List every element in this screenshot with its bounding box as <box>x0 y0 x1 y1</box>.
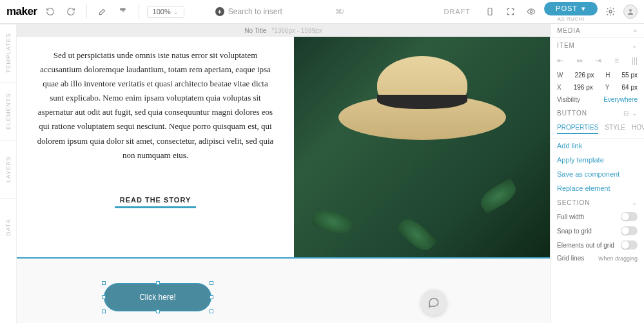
logo: maker <box>6 5 37 18</box>
align-distribute-icon[interactable]: ||| <box>632 56 638 65</box>
fullscreen-icon[interactable] <box>503 4 518 19</box>
align-justify-icon[interactable]: ≡ <box>614 56 619 65</box>
section-below[interactable]: Click here! <box>17 257 550 323</box>
tab-properties[interactable]: PROPERTIES <box>557 124 598 134</box>
resize-handle[interactable] <box>210 281 213 285</box>
grid-lines-row[interactable]: Grid linesWhen dragging <box>551 252 644 264</box>
click-here-label: Click here! <box>139 293 176 302</box>
resize-handle[interactable] <box>210 295 213 299</box>
avatar[interactable] <box>623 5 638 19</box>
width-row: W226 pxH55 px <box>551 69 644 81</box>
tab-data[interactable]: DATA <box>0 198 16 256</box>
page-title: No Title <box>244 27 266 34</box>
top-toolbar: maker 100%⌄ + Search to insert ⌘/ DRAFT … <box>0 0 644 24</box>
align-left-icon[interactable]: ⇤ <box>557 56 563 65</box>
body-paragraph[interactable]: Sed ut perspiciatis unde omnis iste natu… <box>36 48 275 162</box>
panel-section-header[interactable]: SECTION⌄ <box>551 195 644 210</box>
properties-panel: MEDIA» ITEM⌄ ⇤ ⇔ ⇥ ≡ ||| W226 pxH55 px X… <box>550 24 644 323</box>
vertical-tabs: TEMPLATES ELEMENTS LAYERS DATA <box>0 24 17 323</box>
search-placeholder: Search to insert <box>228 7 282 16</box>
tab-elements[interactable]: ELEMENTS <box>0 82 16 140</box>
resize-handle[interactable] <box>210 309 213 313</box>
svg-point-3 <box>609 10 612 13</box>
height-value[interactable]: 55 px <box>622 72 638 79</box>
click-here-button[interactable]: Click here! <box>104 283 211 311</box>
resize-handle[interactable] <box>156 309 160 313</box>
tab-templates[interactable]: TEMPLATES <box>0 24 16 82</box>
tab-layers[interactable]: LAYERS <box>0 140 16 198</box>
width-value[interactable]: 226 px <box>574 72 594 79</box>
align-center-icon[interactable]: ⇔ <box>576 56 583 65</box>
apply-template[interactable]: Apply template <box>551 153 644 167</box>
elements-out-toggle[interactable]: Elements out of grid <box>551 238 644 252</box>
search-shortcut: ⌘/ <box>335 8 344 16</box>
read-story-button[interactable]: READ THE STORY <box>115 193 197 208</box>
zoom-select[interactable]: 100%⌄ <box>147 6 184 18</box>
draft-label[interactable]: DRAFT <box>444 8 471 15</box>
svg-rect-0 <box>120 8 125 11</box>
canvas-titlebar: No Title *1366px - 1599px <box>17 24 550 37</box>
replace-element[interactable]: Replace element <box>551 181 644 195</box>
visibility-row[interactable]: VisibilityEverywhere <box>551 93 644 106</box>
page-dimensions: *1366px - 1599px <box>271 27 322 34</box>
resize-handle[interactable] <box>156 281 160 285</box>
svg-point-2 <box>530 10 532 13</box>
position-row: X196 pxY64 px <box>551 81 644 93</box>
page-content[interactable]: Sed ut perspiciatis unde omnis iste natu… <box>17 37 550 257</box>
post-button[interactable]: POST▾ <box>544 2 598 15</box>
add-link[interactable]: Add link <box>551 139 644 153</box>
panel-button-header[interactable]: BUTTON⊟ ⌄ <box>551 106 644 120</box>
tab-hover[interactable]: HOVER <box>632 124 644 134</box>
x-value[interactable]: 196 px <box>574 84 593 91</box>
undo-icon[interactable] <box>43 4 58 19</box>
panel-media-header[interactable]: MEDIA» <box>551 24 644 38</box>
svg-rect-1 <box>488 8 492 15</box>
gear-icon[interactable] <box>603 4 618 19</box>
align-right-icon[interactable]: ⇥ <box>595 56 601 65</box>
panel-item-header[interactable]: ITEM⌄ <box>551 38 644 52</box>
hero-image[interactable] <box>294 37 550 257</box>
preview-icon[interactable] <box>523 4 539 19</box>
post-as-label: AS RUCHI <box>557 16 584 22</box>
canvas-area[interactable]: No Title *1366px - 1599px Sed ut perspic… <box>17 24 550 323</box>
snap-grid-toggle[interactable]: Snap to grid <box>551 224 644 238</box>
full-width-toggle[interactable]: Full width <box>551 210 644 224</box>
y-value[interactable]: 64 px <box>622 84 638 91</box>
brush-icon[interactable] <box>95 4 110 19</box>
property-tabs: PROPERTIES STYLE HOVER <box>551 120 644 139</box>
roller-icon[interactable] <box>115 4 131 19</box>
mobile-icon[interactable] <box>482 4 498 19</box>
resize-handle[interactable] <box>102 281 106 285</box>
search-input[interactable]: + Search to insert ⌘/ <box>215 7 344 16</box>
resize-handle[interactable] <box>102 295 106 299</box>
alignment-row: ⇤ ⇔ ⇥ ≡ ||| <box>551 52 644 69</box>
redo-icon[interactable] <box>63 4 79 19</box>
resize-handle[interactable] <box>102 309 106 313</box>
chat-icon[interactable] <box>421 289 447 315</box>
svg-point-4 <box>629 9 632 12</box>
save-component[interactable]: Save as component <box>551 167 644 181</box>
plus-icon: + <box>215 7 224 16</box>
tab-style[interactable]: STYLE <box>605 124 625 134</box>
